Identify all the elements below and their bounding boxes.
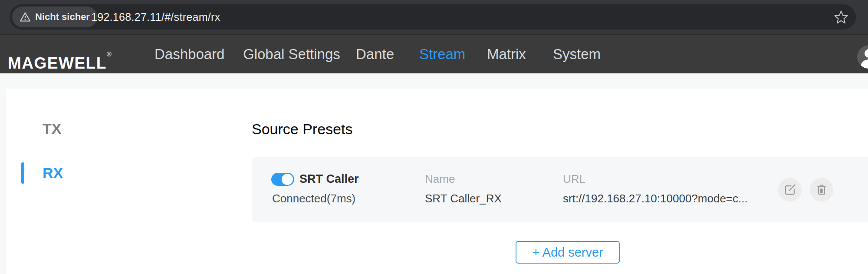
preset-status: Connected(7ms) xyxy=(272,191,355,206)
sidebar-item-rx[interactable]: RX xyxy=(43,165,63,181)
name-label: Name xyxy=(425,171,455,187)
nav-item-dante[interactable]: Dante xyxy=(356,35,394,73)
magewell-logo: MAGEWELL® xyxy=(8,46,112,72)
url-label: URL xyxy=(563,171,585,187)
nav-item-dashboard[interactable]: Dashboard xyxy=(155,35,224,73)
nav-item-matrix[interactable]: Matrix xyxy=(487,35,526,73)
nav-item-system[interactable]: System xyxy=(553,35,601,73)
user-avatar-icon[interactable] xyxy=(857,45,868,69)
toggle-knob xyxy=(282,174,293,185)
trash-icon xyxy=(815,184,828,196)
browser-toolbar: Nicht sicher 192.168.27.11/#/stream/rx xyxy=(0,0,868,34)
bookmark-star-icon[interactable] xyxy=(832,9,850,25)
content-panel: TX RX Source Presets SRT Caller Connecte… xyxy=(6,89,868,274)
delete-preset-button[interactable] xyxy=(810,178,833,201)
registered-mark: ® xyxy=(107,50,112,58)
nav-item-global-settings[interactable]: Global Settings xyxy=(243,35,340,73)
source-preset-card: SRT Caller Connected(7ms) Name SRT Calle… xyxy=(252,157,868,222)
add-server-button[interactable]: + Add server xyxy=(516,241,620,264)
preset-enable-toggle[interactable] xyxy=(271,173,294,186)
url-text[interactable]: 192.168.27.11/#/stream/rx xyxy=(91,4,220,30)
avatar-shoulders xyxy=(861,59,868,69)
edit-pen-icon xyxy=(784,184,796,196)
active-tab-indicator xyxy=(21,162,24,184)
nav-item-stream[interactable]: Stream xyxy=(419,35,465,73)
address-bar[interactable]: Nicht sicher 192.168.27.11/#/stream/rx xyxy=(10,4,856,30)
page-title: Source Presets xyxy=(252,121,352,137)
sidebar-item-tx[interactable]: TX xyxy=(43,121,61,136)
url-value: srt://192.168.27.10:10000?mode=c... xyxy=(563,191,748,206)
security-badge[interactable]: Nicht sicher xyxy=(12,7,97,27)
warning-triangle-icon xyxy=(20,11,31,23)
name-value: SRT Caller_RX xyxy=(425,191,502,206)
avatar-head xyxy=(865,49,868,58)
app-navbar: MAGEWELL® Dashboard Global Settings Dant… xyxy=(0,34,868,73)
preset-title: SRT Caller xyxy=(299,171,359,187)
edit-preset-button[interactable] xyxy=(778,178,802,201)
security-badge-label: Nicht sicher xyxy=(35,11,90,23)
